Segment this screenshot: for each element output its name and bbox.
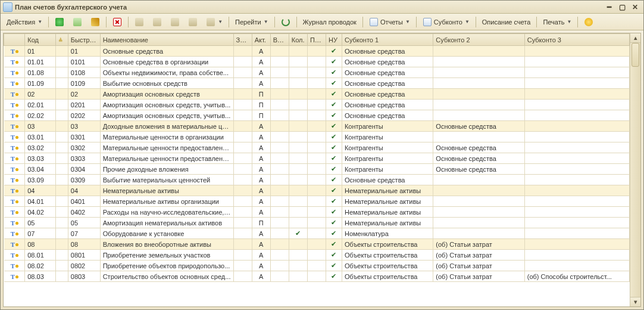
cell-kol xyxy=(289,142,307,153)
cell-type-icon: T xyxy=(4,196,25,207)
scroll-thumb[interactable] xyxy=(632,43,639,67)
col-sort[interactable]: ≜ xyxy=(56,34,68,46)
table-row[interactable]: T04.020402Расходы на научно-исследовател… xyxy=(4,207,630,218)
col-name[interactable]: Наименование xyxy=(100,34,233,46)
col-nu[interactable]: НУ xyxy=(326,34,342,46)
delete-button[interactable] xyxy=(109,16,126,29)
col-type-icon[interactable] xyxy=(4,34,25,46)
table-row[interactable]: T01.010101Основные средства в организаци… xyxy=(4,57,630,67)
cell-type-icon: T xyxy=(4,78,25,89)
reports-menu[interactable]: Отчеты ▼ xyxy=(365,16,414,29)
cell-sort xyxy=(56,89,68,100)
cell-subkonto3 xyxy=(524,132,629,142)
cell-act: А xyxy=(252,57,270,67)
table-row[interactable]: T04.010401Нематериальные активы организа… xyxy=(4,196,630,207)
check-icon: ✔ xyxy=(331,251,336,258)
cell-val xyxy=(270,239,289,250)
filter-menu-button[interactable]: ▼ xyxy=(202,16,226,29)
table-row[interactable]: T03.030303Материальные ценности предоста… xyxy=(4,153,630,164)
cell-zab xyxy=(233,250,252,261)
table-row[interactable]: T03.020302Материальные ценности предоста… xyxy=(4,142,630,153)
col-code[interactable]: Код xyxy=(25,34,56,46)
col-subkonto2[interactable]: Субконто 2 xyxy=(433,34,524,46)
cell-nu: ✔ xyxy=(326,250,342,261)
print-menu[interactable]: Печать ▼ xyxy=(539,16,575,29)
table-row[interactable]: T0303Доходные вложения в материальные це… xyxy=(4,121,630,132)
cell-subkonto1: Нематериальные активы xyxy=(342,207,433,218)
col-subkonto3[interactable]: Субконто 3 xyxy=(524,34,629,46)
filter-off-button[interactable] xyxy=(185,16,201,29)
description-button[interactable]: Описание счета xyxy=(479,16,534,29)
cell-subkonto1: Контрагенты xyxy=(342,142,433,153)
cell-type-icon: T xyxy=(4,132,25,142)
cell-subkonto3 xyxy=(524,46,629,57)
col-zab[interactable]: Заб. xyxy=(233,34,252,46)
cell-type-icon: T xyxy=(4,239,25,250)
col-act[interactable]: Акт. xyxy=(252,34,270,46)
hierarchy-icon xyxy=(153,18,161,26)
cell-code: 04.01 xyxy=(25,196,56,207)
scroll-track[interactable] xyxy=(630,43,640,297)
goto-menu[interactable]: Перейти ▼ xyxy=(232,16,272,29)
scroll-down-arrow[interactable]: ▾ xyxy=(630,297,640,306)
descr-label: Описание счета xyxy=(482,18,531,26)
table-row[interactable]: T08.020802Приобретение объектов природоп… xyxy=(4,261,630,271)
table-row[interactable]: T01.080108Объекты недвижимости, права со… xyxy=(4,67,630,78)
col-subkonto1[interactable]: Субконто 1 xyxy=(342,34,433,46)
scroll-up-arrow[interactable]: ▴ xyxy=(630,33,640,43)
cell-code: 03 xyxy=(25,121,56,132)
close-button[interactable]: ✕ xyxy=(629,2,641,12)
table-row[interactable]: T0505Амортизация нематериальных активовП… xyxy=(4,218,630,228)
edit-button[interactable] xyxy=(87,16,104,29)
table-row[interactable]: T0404Нематериальные активыА✔Нематериальн… xyxy=(4,185,630,196)
table-row[interactable]: T01.090109Выбытие основных средствА✔Осно… xyxy=(4,78,630,89)
cell-name: Расходы на научно-исследовательские, ... xyxy=(100,207,233,218)
cell-name: Выбытие основных средств xyxy=(100,78,233,89)
vertical-scrollbar[interactable]: ▴ ▾ xyxy=(630,33,640,306)
cell-fast: 0803 xyxy=(68,271,100,282)
cell-type-icon: T xyxy=(4,261,25,271)
table-row[interactable]: T03.010301Материальные ценности в органи… xyxy=(4,132,630,142)
plus-icon xyxy=(55,18,64,26)
cell-fast: 07 xyxy=(68,228,100,239)
journal-button[interactable]: Журнал проводок xyxy=(299,16,360,29)
subkonto-menu[interactable]: Субконто ▼ xyxy=(419,16,473,29)
table-row[interactable]: T08.010801Приобретение земельных участко… xyxy=(4,250,630,261)
add-folder-button[interactable] xyxy=(69,16,86,29)
cell-fast: 0801 xyxy=(68,250,100,261)
maximize-button[interactable]: ▢ xyxy=(616,2,628,12)
move-button[interactable] xyxy=(131,16,148,29)
funnel-icon xyxy=(171,18,179,26)
col-fast[interactable]: Быстрый... xyxy=(68,34,100,46)
cell-act: П xyxy=(252,100,270,110)
filter-button[interactable] xyxy=(167,16,183,29)
table-row[interactable]: T0808Вложения во внеоборотные активыА✔Об… xyxy=(4,239,630,250)
journal-label: Журнал проводок xyxy=(303,18,357,26)
cell-zab xyxy=(233,100,252,110)
table-row[interactable]: T0202Амортизация основных средствП✔Основ… xyxy=(4,89,630,100)
cell-type-icon: T xyxy=(4,57,25,67)
toolbar: Действия ▼ ▼ Перейти ▼ Журнал проводок О… xyxy=(1,14,643,30)
add-button[interactable] xyxy=(51,16,68,29)
table-row[interactable]: T0707Оборудование к установкеА✔✔Номенкла… xyxy=(4,228,630,239)
col-kol[interactable]: Кол. xyxy=(289,34,307,46)
cell-fast: 0304 xyxy=(68,164,100,175)
col-val[interactable]: Вал. xyxy=(270,34,289,46)
hierarchy-button[interactable] xyxy=(149,16,165,29)
minimize-button[interactable]: ━ xyxy=(603,2,615,12)
table-row[interactable]: T03.090309Выбытие материальных ценностей… xyxy=(4,175,630,185)
cell-type-icon: T xyxy=(4,89,25,100)
grid-scroll[interactable]: Код ≜ Быстрый... Наименование Заб. Акт. … xyxy=(4,33,630,306)
col-po[interactable]: По... xyxy=(307,34,326,46)
refresh-button[interactable] xyxy=(277,16,294,29)
actions-menu[interactable]: Действия ▼ xyxy=(3,16,46,29)
table-row[interactable]: T0101Основные средстваА✔Основные средств… xyxy=(4,46,630,57)
pencil-icon xyxy=(91,18,99,26)
help-button[interactable] xyxy=(580,16,597,29)
cell-code: 03.04 xyxy=(25,164,56,175)
table-row[interactable]: T03.040304Прочие доходные вложенияА✔Конт… xyxy=(4,164,630,175)
check-icon: ✔ xyxy=(331,197,336,204)
table-row[interactable]: T08.030803Строительство объектов основны… xyxy=(4,271,630,282)
table-row[interactable]: T02.010201Амортизация основных средств, … xyxy=(4,100,630,110)
table-row[interactable]: T02.020202Амортизация основных средств, … xyxy=(4,110,630,121)
